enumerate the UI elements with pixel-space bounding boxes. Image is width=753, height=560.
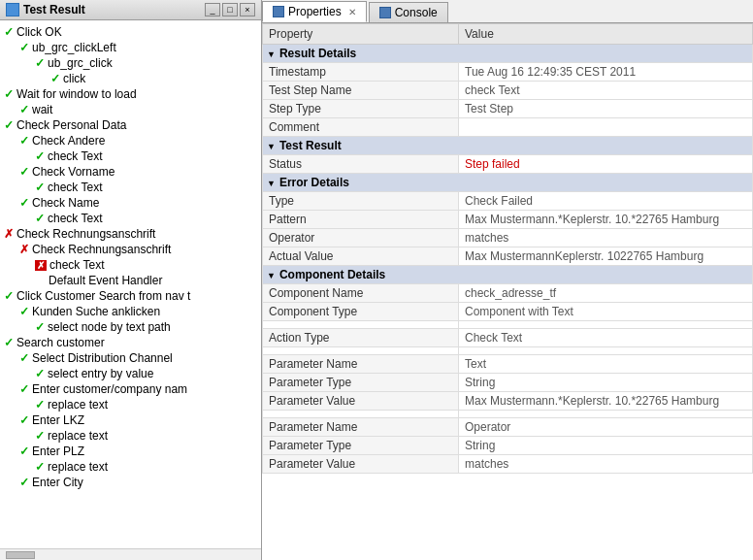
section-header: ▼Test Result <box>263 137 753 155</box>
property-name: Test Step Name <box>263 82 459 100</box>
tree-item-label: Click OK <box>16 25 62 39</box>
tree-item[interactable]: ✓Click Customer Search from nav t <box>0 288 261 304</box>
horizontal-scrollbar[interactable] <box>0 548 261 560</box>
minimize-button[interactable]: _ <box>205 3 220 16</box>
tree-item[interactable]: ✓Kunden Suche anklicken <box>0 304 261 319</box>
property-name: Type <box>263 192 459 211</box>
check-ok-icon: ✓ <box>19 476 29 489</box>
maximize-button[interactable]: □ <box>222 3 238 16</box>
property-value: matches <box>459 455 753 474</box>
check-failx-icon: ✗ <box>35 260 47 271</box>
property-value: Max Mustermann.*Keplerstr. 10.*22765 Ham… <box>459 211 753 229</box>
tree-item-label: Enter PLZ <box>32 445 84 458</box>
tree-item[interactable]: ✓select node by text path <box>0 319 261 335</box>
tree-item[interactable]: ✓Enter PLZ <box>0 444 261 459</box>
section-label: Test Result <box>279 139 342 152</box>
property-name: Parameter Name <box>263 418 459 437</box>
tree-item[interactable]: ✓check Text <box>0 180 261 195</box>
property-row: Parameter NameOperator <box>263 418 753 437</box>
section-label: Component Details <box>279 268 385 281</box>
tree-item[interactable]: ✓wait <box>0 102 261 117</box>
property-row: Actual ValueMax MustermannKeplerstr. 102… <box>263 247 753 266</box>
tree-item-label: replace text <box>48 398 108 412</box>
tab-close-icon[interactable]: ✕ <box>348 7 356 17</box>
tree-item-label: replace text <box>48 429 108 443</box>
tree-item[interactable]: ✓Wait for window to load <box>0 86 261 102</box>
property-value: matches <box>459 229 753 247</box>
section-arrow: ▼ <box>267 271 276 280</box>
tree-item[interactable]: ✓check Text <box>0 148 261 164</box>
check-ok-icon: ✓ <box>19 134 29 148</box>
check-ok-icon: ✓ <box>19 413 29 427</box>
tree-item[interactable]: ✓Enter customer/company nam <box>0 381 261 397</box>
tree-item[interactable]: ✓select entry by value <box>0 366 261 381</box>
section-header: ▼Component Details <box>263 266 753 284</box>
tree-item[interactable]: ✗Check Rechnungsanschrift <box>0 226 261 242</box>
check-ok-icon: ✓ <box>19 41 29 54</box>
property-row: TypeCheck Failed <box>263 192 753 211</box>
check-ok-icon: ✓ <box>19 165 29 179</box>
tree-item-label: wait <box>32 103 52 116</box>
close-button[interactable]: × <box>240 3 255 16</box>
tree-item[interactable]: ✓Check Andere <box>0 133 261 148</box>
check-ok-icon: ✓ <box>35 149 45 163</box>
tree-item[interactable]: ✓Check Personal Data <box>0 117 261 133</box>
tree-item[interactable]: ✓replace text <box>0 397 261 412</box>
check-ok-icon: ✓ <box>35 212 45 225</box>
tree-item[interactable]: Default Event Handler <box>0 273 261 288</box>
tree-item[interactable]: ✓replace text <box>0 459 261 475</box>
tree-item-label: click <box>63 72 85 85</box>
property-row: Comment <box>263 118 753 137</box>
property-value: Text <box>459 355 753 374</box>
section-arrow: ▼ <box>267 179 276 188</box>
tree-item[interactable]: ✓Click OK <box>0 24 261 40</box>
tree-item[interactable]: ✓Enter LKZ <box>0 412 261 428</box>
property-value: Test Step <box>459 100 753 118</box>
tree-item-label: Select Distribution Channel <box>32 351 173 365</box>
property-name: Parameter Type <box>263 374 459 392</box>
property-value <box>459 118 753 137</box>
section-header: ▼Result Details <box>263 45 753 63</box>
property-name: Parameter Name <box>263 355 459 374</box>
property-name: Step Type <box>263 100 459 118</box>
tree-item[interactable]: ✓click <box>0 71 261 86</box>
left-panel-title: Test Result <box>23 3 201 16</box>
property-value: String <box>459 437 753 455</box>
col-property: Property <box>263 24 459 45</box>
property-value: Component with Text <box>459 303 753 321</box>
property-name: Timestamp <box>263 63 459 82</box>
tree-container[interactable]: ✓Click OK✓ub_grc_clickLeft✓ub_grc_click✓… <box>0 20 261 548</box>
tree-item[interactable]: ✓ub_grc_clickLeft <box>0 40 261 55</box>
tree-item[interactable]: ✓Enter City <box>0 475 261 490</box>
tree-item[interactable]: ✓Check Vorname <box>0 164 261 180</box>
tab-properties[interactable]: Properties✕ <box>262 1 367 22</box>
tree-item-label: Wait for window to load <box>16 87 137 101</box>
properties-container[interactable]: Property Value ▼Result DetailsTimestampT… <box>262 23 753 560</box>
property-value: Tue Aug 16 12:49:35 CEST 2011 <box>459 63 753 82</box>
tree-item[interactable]: ✗Check Rechnungsanschrift <box>0 242 261 257</box>
tree-item[interactable]: ✓check Text <box>0 211 261 226</box>
check-ok-icon: ✓ <box>19 103 29 116</box>
property-value: Step failed <box>459 155 753 174</box>
property-row: TimestampTue Aug 16 12:49:35 CEST 2011 <box>263 63 753 82</box>
section-label: Result Details <box>279 47 356 60</box>
left-panel-controls: _ □ × <box>205 3 255 16</box>
tree-item-label: replace text <box>48 460 108 474</box>
tab-icon <box>379 7 391 18</box>
check-ok-icon: ✓ <box>19 445 29 458</box>
tree-item[interactable]: ✓Select Distribution Channel <box>0 350 261 366</box>
check-ok-icon: ✓ <box>35 367 45 380</box>
tree-item-label: Kunden Suche anklicken <box>32 305 160 318</box>
tree-item[interactable]: ✓ub_grc_click <box>0 55 261 71</box>
property-name: Action Type <box>263 329 459 347</box>
section-arrow: ▼ <box>267 49 276 59</box>
tree-item-label: check Text <box>49 258 104 272</box>
property-name: Comment <box>263 118 459 137</box>
tree-item[interactable]: ✓Check Name <box>0 195 261 211</box>
tree-item[interactable]: ✓replace text <box>0 428 261 444</box>
property-row: StatusStep failed <box>263 155 753 174</box>
tab-console[interactable]: Console <box>369 2 448 22</box>
tree-item[interactable]: ✓Search customer <box>0 335 261 350</box>
tree-item[interactable]: ✗check Text <box>0 257 261 273</box>
tree-item-label: Enter LKZ <box>32 413 84 427</box>
